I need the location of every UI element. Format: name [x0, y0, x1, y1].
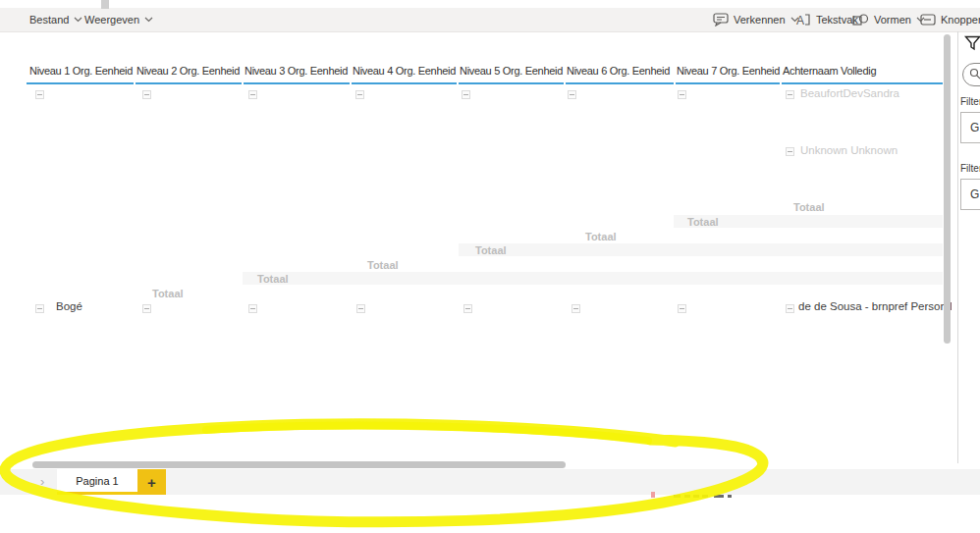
- collapse-icon[interactable]: [786, 304, 794, 313]
- chevron-down-icon: [74, 17, 82, 23]
- menu-knoppen[interactable]: Knoppen: [920, 8, 980, 31]
- filter-field-label: Filter: [960, 163, 980, 174]
- menu-bestand-label: Bestand: [29, 14, 69, 26]
- panel-divider: [957, 31, 958, 463]
- collapse-icon[interactable]: [142, 304, 151, 313]
- collapse-icon[interactable]: [35, 304, 44, 313]
- row-cell-niveau1[interactable]: Bogé: [56, 300, 82, 312]
- column-header-niveau6[interactable]: Niveau 6 Org. Eenheid: [567, 65, 670, 77]
- subtotal-label: Totaal: [793, 201, 825, 213]
- header-underline: [782, 82, 943, 84]
- explore-icon: [713, 13, 729, 27]
- toolbar: Bestand Weergeven Verkennen A Tekstvak V…: [0, 8, 980, 32]
- filter-funnel-icon[interactable]: [964, 35, 980, 55]
- header-underline: [352, 82, 457, 84]
- row-cell-achternaam[interactable]: Unknown Unknown: [800, 144, 898, 156]
- header-underline: [676, 82, 780, 84]
- collapse-icon[interactable]: [786, 90, 794, 99]
- collapse-icon[interactable]: [355, 90, 364, 99]
- row-band: [243, 272, 943, 285]
- textbox-icon: A: [795, 13, 811, 27]
- subtotal-label: Totaal: [585, 231, 617, 242]
- menu-vormen-label: Vormen: [874, 14, 911, 26]
- column-header-niveau7[interactable]: Niveau 7 Org. Eenheid: [677, 65, 780, 77]
- column-header-achternaam[interactable]: Achternaam Volledig: [783, 65, 876, 77]
- collapse-icon[interactable]: [463, 304, 472, 313]
- page-tab-label: Pagina 1: [76, 475, 118, 487]
- filter-field-input[interactable]: G: [960, 112, 980, 143]
- filter-field-label: Filter: [960, 96, 980, 107]
- collapse-icon[interactable]: [248, 90, 257, 99]
- button-icon: [920, 14, 936, 26]
- collapse-icon[interactable]: [356, 304, 365, 313]
- shapes-icon: [852, 13, 869, 27]
- column-header-niveau2[interactable]: Niveau 2 Org. Eenheid: [136, 65, 240, 77]
- collapse-icon[interactable]: [786, 147, 794, 156]
- chevron-down-icon: [144, 17, 153, 23]
- menu-vormen[interactable]: Vormen: [852, 8, 925, 31]
- page-tab-pagina1[interactable]: Pagina 1: [57, 469, 137, 492]
- collapse-icon[interactable]: [35, 90, 44, 99]
- highlight-circle-annotation: [0, 0, 980, 533]
- subtotal-label: Totaal: [152, 288, 184, 299]
- search-icon: [969, 66, 980, 83]
- vertical-scrollbar[interactable]: [944, 34, 951, 344]
- header-underline: [566, 82, 674, 84]
- add-page-button[interactable]: +: [137, 469, 166, 495]
- menu-verkennen-label: Verkennen: [734, 14, 786, 26]
- page-nav-chevron-icon[interactable]: ›: [40, 474, 44, 490]
- row-cell-achternaam[interactable]: BeaufortDevSandra: [800, 87, 899, 99]
- collapse-icon[interactable]: [142, 90, 151, 99]
- column-header-niveau3[interactable]: Niveau 3 Org. Eenheid: [245, 65, 348, 77]
- menu-knoppen-label: Knoppen: [941, 14, 980, 26]
- subtotal-label: Totaal: [475, 244, 507, 256]
- collapse-icon[interactable]: [572, 304, 580, 313]
- menu-bestand[interactable]: Bestand: [29, 8, 82, 31]
- menu-verkennen[interactable]: Verkennen: [713, 8, 799, 31]
- subtotal-label: Totaal: [257, 273, 289, 285]
- header-underline: [27, 82, 134, 84]
- collapse-icon[interactable]: [678, 90, 686, 99]
- header-underline: [136, 82, 242, 84]
- collapse-icon[interactable]: [462, 90, 470, 99]
- row-band: [459, 243, 943, 256]
- active-tab-accent: [57, 492, 137, 495]
- collapse-icon[interactable]: [568, 90, 576, 99]
- subtotal-label: Totaal: [367, 259, 399, 271]
- search-input[interactable]: [962, 63, 980, 86]
- plus-icon: +: [147, 474, 156, 491]
- menu-tekstvak[interactable]: A Tekstvak: [795, 8, 858, 31]
- header-underline: [244, 82, 350, 84]
- menu-weergeven-label: Weergeven: [84, 14, 139, 26]
- column-header-niveau5[interactable]: Niveau 5 Org. Eenheid: [460, 65, 563, 77]
- filter-field-input[interactable]: G: [960, 179, 980, 210]
- menu-weergeven[interactable]: Weergeven: [84, 8, 153, 31]
- screen-artifact: [101, 0, 109, 9]
- svg-text:A: A: [796, 14, 804, 27]
- subtotal-label: Totaal: [687, 216, 719, 228]
- collapse-icon[interactable]: [248, 304, 257, 313]
- horizontal-scrollbar[interactable]: [32, 461, 566, 468]
- collapse-icon[interactable]: [678, 304, 686, 313]
- header-underline: [459, 82, 564, 84]
- column-header-niveau1[interactable]: Niveau 1 Org. Eenheid: [29, 65, 133, 77]
- column-header-niveau4[interactable]: Niveau 4 Org. Eenheid: [353, 65, 456, 77]
